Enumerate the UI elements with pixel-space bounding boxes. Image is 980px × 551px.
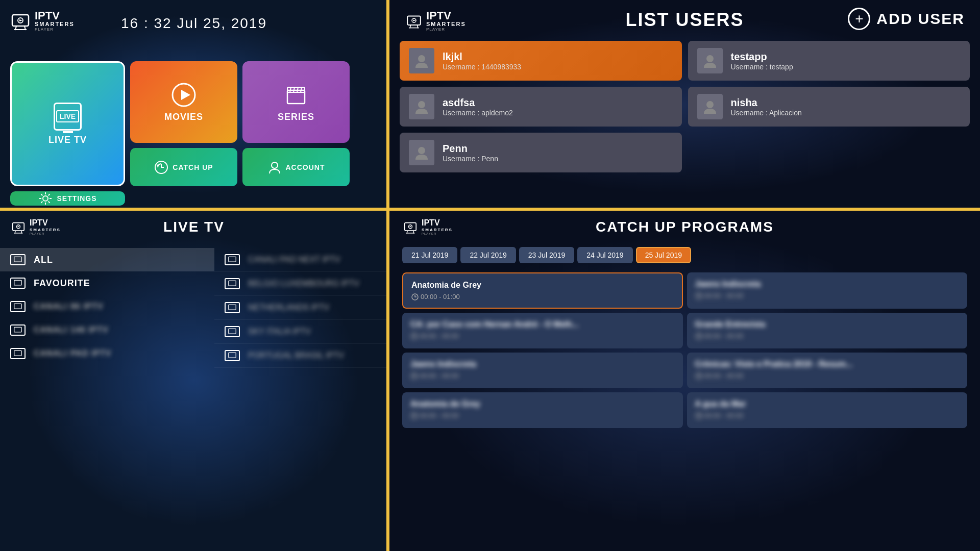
iptv-logo-icon bbox=[10, 11, 31, 31]
bl-logo-player: PLAYER bbox=[30, 232, 61, 235]
date-tab-25jul[interactable]: 25 Jul 2019 bbox=[636, 247, 691, 263]
live-tv-button[interactable]: LIVE LIVE TV bbox=[10, 61, 125, 186]
category-item-all[interactable]: ALL bbox=[0, 248, 214, 271]
avatar-icon bbox=[413, 98, 430, 115]
tv-small-icon bbox=[10, 301, 26, 312]
user-name-penn: Penn bbox=[443, 143, 498, 155]
br-header: IPTV SMARTERS PLAYER CATCH UP PROGRAMS bbox=[389, 211, 980, 243]
svg-point-27 bbox=[706, 101, 714, 108]
tv-small-icon bbox=[10, 324, 26, 336]
clock-icon bbox=[410, 372, 418, 380]
svg-point-25 bbox=[706, 55, 714, 62]
category-favourite-label: FAVOURITE bbox=[34, 278, 90, 289]
tr-logo-iptv: IPTV bbox=[426, 10, 466, 21]
channel-item-4[interactable]: SKY ITALIA IPTV bbox=[214, 320, 388, 344]
svg-marker-50 bbox=[410, 226, 412, 227]
program-title-7: Anatomia de Grey bbox=[410, 399, 675, 409]
movies-button[interactable]: MOVIES bbox=[130, 61, 237, 143]
bl-logo-text: IPTV SMARTERS PLAYER bbox=[30, 218, 61, 235]
user-card-testapp[interactable]: testapp Username : testapp bbox=[688, 41, 970, 81]
program-card-8[interactable]: A gua da Mar 00:00 - 00:00 bbox=[687, 392, 968, 428]
channel-tv-icon bbox=[225, 326, 240, 337]
tr-logo-text: IPTV SMARTERS PLAYER bbox=[426, 10, 466, 32]
program-card-6[interactable]: Crônicas: Visto e Pratica 2019 - Resum..… bbox=[687, 353, 968, 388]
svg-rect-41 bbox=[229, 281, 236, 286]
series-button[interactable]: SERIES bbox=[242, 61, 350, 143]
tr-logo-player: PLAYER bbox=[426, 27, 466, 32]
category-4-label: CANALI 146 IPTV bbox=[34, 325, 109, 335]
channel-5-label: PORTUGAL BRASIL IPTV bbox=[248, 351, 344, 360]
program-card-5[interactable]: Jawns Indiscreta 00:00 - 00:00 bbox=[402, 353, 683, 388]
user-name-lkjkl: lkjkl bbox=[443, 51, 521, 63]
date-tab-21jul[interactable]: 21 Jul 2019 bbox=[402, 247, 457, 263]
category-item-favourite[interactable]: FAVOURITE bbox=[0, 271, 214, 295]
program-card-3[interactable]: CA: por Caso com Hernan André - O Melh..… bbox=[402, 313, 683, 348]
user-info-penn: Penn Username : Penn bbox=[443, 143, 498, 163]
user-avatar-penn bbox=[409, 140, 434, 165]
settings-icon bbox=[38, 191, 53, 206]
settings-label: SETTINGS bbox=[57, 194, 96, 203]
live-tv-label: LIVE TV bbox=[48, 135, 87, 145]
bl-logo: IPTV SMARTERS PLAYER bbox=[10, 218, 61, 235]
channel-item-1[interactable]: CANALI PAD NEXT IPTV bbox=[214, 248, 388, 272]
program-time-8: 00:00 - 00:00 bbox=[695, 412, 960, 419]
movies-label: MOVIES bbox=[164, 112, 203, 122]
category-item-5[interactable]: CANALI PAD IPTV bbox=[0, 342, 214, 365]
program-title-6: Crônicas: Visto e Pratica 2019 - Resum..… bbox=[695, 360, 960, 369]
add-user-button[interactable]: + ADD USER bbox=[848, 8, 965, 30]
svg-rect-40 bbox=[229, 257, 236, 262]
datetime-display: 16 : 32 Jul 25, 2019 bbox=[121, 15, 267, 32]
date-tab-24jul[interactable]: 24 Jul 2019 bbox=[577, 247, 632, 263]
account-button[interactable]: ACCOUNT bbox=[242, 148, 350, 186]
program-title-4: Grande Entrevista bbox=[695, 320, 960, 329]
catchup-programs-title: CATCH UP PROGRAMS bbox=[596, 219, 774, 235]
channel-tv-icon bbox=[225, 254, 240, 265]
date-tabs: 21 Jul 2019 22 Jul 2019 23 Jul 2019 24 J… bbox=[389, 243, 980, 267]
settings-button[interactable]: SETTINGS bbox=[10, 191, 125, 206]
program-card-7[interactable]: Anatomia de Grey 00:00 - 00:00 bbox=[402, 392, 683, 428]
user-name-nisha: nisha bbox=[731, 97, 802, 109]
svg-line-13 bbox=[301, 87, 302, 92]
program-card-2[interactable]: Jawns Indiscreta 00:00 - 00:00 bbox=[687, 272, 968, 309]
bl-logo-icon bbox=[10, 220, 27, 234]
br-logo-smarters: SMARTERS bbox=[422, 228, 453, 232]
svg-rect-36 bbox=[14, 280, 21, 285]
user-username-nisha: Username : Aplicacion bbox=[731, 109, 802, 117]
clapper-icon bbox=[283, 82, 309, 108]
user-card-lkjkl[interactable]: lkjkl Username : 1440983933 bbox=[400, 41, 682, 81]
channel-tv-icon bbox=[225, 302, 240, 313]
program-card-4[interactable]: Grande Entrevista 00:00 - 00:00 bbox=[687, 313, 968, 348]
channel-item-3[interactable]: NETHERLANDS IPTV bbox=[214, 296, 388, 320]
logo-iptv: IPTV bbox=[35, 10, 75, 21]
svg-line-12 bbox=[297, 87, 298, 92]
category-item-3[interactable]: CANALI 86 IPTV bbox=[0, 295, 214, 318]
svg-rect-38 bbox=[14, 327, 21, 332]
user-card-nisha[interactable]: nisha Username : Aplicacion bbox=[688, 87, 970, 127]
channel-item-2[interactable]: BELGIO LUXEMBOURG IPTV bbox=[214, 272, 388, 296]
user-card-penn[interactable]: Penn Username : Penn bbox=[400, 133, 682, 172]
date-tab-23jul[interactable]: 23 Jul 2019 bbox=[519, 247, 574, 263]
svg-rect-39 bbox=[14, 350, 21, 356]
program-title-8: A gua da Mar bbox=[695, 399, 960, 409]
tv-small-icon bbox=[10, 348, 26, 359]
br-logo-text: IPTV SMARTERS PLAYER bbox=[422, 218, 453, 235]
channel-item-5[interactable]: PORTUGAL BRASIL IPTV bbox=[214, 344, 388, 368]
svg-rect-43 bbox=[229, 329, 236, 334]
date-tab-22jul[interactable]: 22 Jul 2019 bbox=[460, 247, 516, 263]
program-title-5: Jawns Indiscreta bbox=[410, 360, 675, 369]
user-avatar-testapp bbox=[697, 48, 723, 73]
clock-icon bbox=[695, 412, 702, 419]
user-username-lkjkl: Username : 1440983933 bbox=[443, 63, 521, 71]
br-logo-player: PLAYER bbox=[422, 232, 453, 235]
user-username-testapp: Username : testapp bbox=[731, 63, 793, 71]
user-card-asdfsa[interactable]: asdfsa Username : apldemo2 bbox=[400, 87, 682, 127]
list-users-title: LIST USERS bbox=[625, 9, 744, 31]
svg-marker-7 bbox=[181, 90, 190, 100]
program-card-1[interactable]: Anatomia de Grey 00:00 - 01:00 bbox=[402, 272, 683, 309]
users-grid: lkjkl Username : 1440983933 testapp User… bbox=[389, 41, 980, 172]
series-label: SERIES bbox=[278, 112, 314, 122]
catch-up-button[interactable]: CATCH UP bbox=[130, 148, 237, 186]
clock-icon bbox=[695, 333, 702, 340]
category-item-4[interactable]: CANALI 146 IPTV bbox=[0, 318, 214, 342]
user-avatar-nisha bbox=[697, 94, 723, 119]
